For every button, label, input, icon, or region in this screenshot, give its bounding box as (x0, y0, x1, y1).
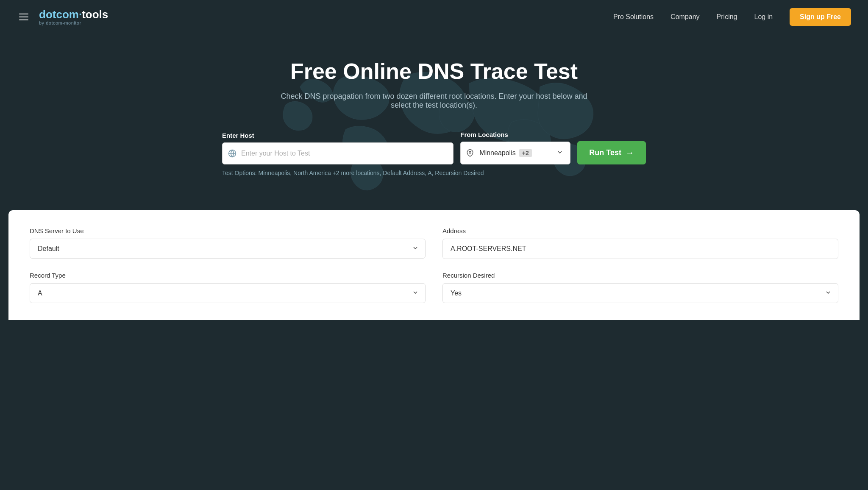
location-label: From Locations (460, 131, 570, 138)
record-type-label: Record Type (30, 272, 426, 279)
host-group: Enter Host (222, 132, 453, 164)
location-extra-count: +2 (519, 149, 532, 157)
logo-text: dotcom·tools (39, 8, 108, 21)
host-label: Enter Host (222, 132, 453, 139)
test-options-text: Test Options: Minneapolis, North America… (222, 170, 646, 176)
nav-login[interactable]: Log in (754, 13, 773, 21)
run-test-label: Run Test (589, 148, 621, 157)
location-dropdown[interactable]: Minneapolis +2 (460, 142, 570, 164)
address-group: Address (442, 227, 838, 259)
hero-section: Free Online DNS Trace Test Check DNS pro… (0, 34, 868, 210)
record-type-select-wrapper: A AAAA MX CNAME TXT NS (30, 283, 426, 303)
chevron-down-icon (556, 149, 563, 157)
recursion-select[interactable]: Yes No (442, 283, 838, 303)
dns-server-select-wrapper: Default Custom (30, 239, 426, 259)
recursion-label: Recursion Desired (442, 272, 838, 279)
header: dotcom·tools by dotcom-monitor Pro Solut… (0, 0, 868, 34)
recursion-select-wrapper: Yes No (442, 283, 838, 303)
host-input-wrapper (222, 142, 453, 164)
nav-pro-solutions[interactable]: Pro Solutions (613, 13, 654, 21)
address-input[interactable] (442, 239, 838, 259)
logo-tagline: by dotcom-monitor (39, 20, 108, 25)
hamburger-button[interactable] (17, 11, 31, 22)
record-type-select[interactable]: A AAAA MX CNAME TXT NS (30, 283, 426, 303)
search-form: Enter Host From Locations (222, 131, 646, 164)
main-nav: Pro Solutions Company Pricing Log in Sig… (613, 8, 851, 26)
header-left: dotcom·tools by dotcom-monitor (17, 8, 108, 26)
run-test-button[interactable]: Run Test → (577, 141, 646, 164)
location-group: From Locations Minneapolis +2 (460, 131, 570, 164)
pin-icon (466, 149, 474, 157)
hero-subtitle: Check DNS propagation from two dozen dif… (275, 92, 593, 110)
svg-point-1 (469, 151, 471, 153)
address-label: Address (442, 227, 838, 234)
globe-icon (228, 149, 236, 158)
page-title: Free Online DNS Trace Test (17, 59, 851, 84)
options-panel: DNS Server to Use Default Custom Address… (8, 210, 860, 320)
options-grid: DNS Server to Use Default Custom Address… (30, 227, 838, 303)
nav-company[interactable]: Company (670, 13, 699, 21)
record-type-group: Record Type A AAAA MX CNAME TXT NS (30, 272, 426, 303)
arrow-right-icon: → (626, 148, 634, 158)
dns-server-select[interactable]: Default Custom (30, 239, 426, 259)
hero-content: Free Online DNS Trace Test Check DNS pro… (17, 59, 851, 176)
host-input[interactable] (222, 142, 453, 164)
dns-server-label: DNS Server to Use (30, 227, 426, 234)
recursion-group: Recursion Desired Yes No (442, 272, 838, 303)
nav-pricing[interactable]: Pricing (717, 13, 737, 21)
dns-server-group: DNS Server to Use Default Custom (30, 227, 426, 259)
location-value: Minneapolis (479, 149, 515, 157)
signup-button[interactable]: Sign up Free (790, 8, 851, 26)
location-wrapper: Minneapolis +2 (460, 142, 570, 164)
logo[interactable]: dotcom·tools by dotcom-monitor (39, 8, 108, 26)
